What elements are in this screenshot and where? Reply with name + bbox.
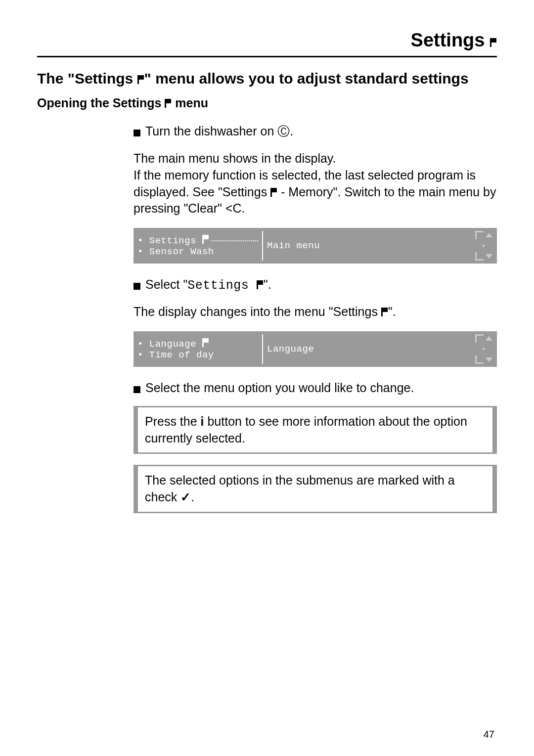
flag-icon: [137, 75, 144, 84]
display-item-sensorwash: • Sensor Wash: [137, 246, 258, 257]
intro-suffix: " menu allows you to adjust standard set…: [144, 70, 469, 87]
clear-icon: <C: [225, 201, 242, 215]
cursor-dot-icon: [483, 348, 485, 350]
flag-icon: [270, 188, 277, 197]
bracket-top-icon: [475, 231, 484, 239]
display-item-label: • Settings: [137, 234, 209, 246]
flag-icon: [490, 38, 497, 47]
display-item-timeofday: • Time of day: [137, 350, 258, 360]
scroll-cursor: [483, 348, 485, 350]
subhead-prefix: Opening the Settings: [37, 96, 165, 110]
step-turn-on: Turn the dishwasher on Ⓒ.: [134, 123, 497, 139]
scroll-down-group: [475, 252, 492, 261]
step2-suffix: ".: [264, 277, 271, 291]
check-note-box: The selected options in the submenus are…: [134, 465, 497, 513]
step-select-option: Select the menu option you would like to…: [134, 381, 497, 395]
subhead-suffix: menu: [172, 96, 208, 110]
flag-icon: [165, 99, 172, 108]
flag-icon: [202, 338, 209, 347]
lcd-settings-item1: Language: [149, 339, 202, 350]
cursor-dot-icon: [483, 245, 485, 247]
content-column: Turn the dishwasher on Ⓒ. The main menu …: [134, 123, 497, 513]
arrow-up-icon: [486, 233, 492, 237]
power-icon: Ⓒ: [277, 124, 290, 138]
scroll-cursor: [483, 245, 485, 247]
arrow-down-icon: [486, 254, 492, 259]
flag-icon: [202, 235, 209, 244]
step-text: Select "Settings ".: [145, 277, 271, 293]
bullet-icon: [134, 130, 140, 136]
bullet-icon: [134, 283, 140, 290]
lcd-settings-item2: Time of day: [149, 350, 214, 360]
step2-prefix: Select ": [145, 277, 187, 291]
para1-line1: The main menu shows in the display.: [134, 151, 336, 165]
header-title: Settings: [411, 30, 485, 50]
display-item-label: • Language: [137, 338, 209, 350]
display-scroll-indicator: [470, 228, 497, 264]
flag-icon: [257, 280, 264, 289]
display-left-column: • Language • Time of day: [134, 331, 262, 367]
intro-prefix: The "Settings: [37, 70, 137, 87]
bracket-bottom-icon: [475, 252, 484, 261]
arrow-up-icon: [486, 336, 492, 341]
para2-a: The display changes into the menu "Setti…: [134, 305, 381, 318]
note2-b: .: [191, 490, 194, 504]
display-settings-menu: • Language • Time of day Language: [134, 331, 497, 367]
display-changes-paragraph: The display changes into the menu "Setti…: [134, 304, 497, 320]
para1-line2c: .: [242, 201, 245, 215]
selection-dots: [211, 240, 258, 241]
main-menu-paragraph: The main menu shows in the display. If t…: [134, 150, 497, 217]
step1-suffix: .: [290, 124, 293, 138]
para2-b: ".: [388, 305, 396, 318]
info-note-box: Press the i button to see more informati…: [134, 406, 497, 454]
subheading: Opening the Settings menu: [37, 96, 497, 110]
step-text: Select the menu option you would like to…: [145, 381, 414, 395]
display-scroll-indicator: [470, 331, 497, 367]
display-left-column: • Settings • Sensor Wash: [134, 228, 262, 264]
step-text: Turn the dishwasher on Ⓒ.: [145, 123, 293, 139]
display-item-settings: • Settings: [137, 234, 258, 246]
settings-menu-word: Settings: [187, 278, 257, 293]
flag-icon: [381, 308, 388, 316]
display-item-language: • Language: [137, 338, 258, 350]
intro-heading: The "Settings " menu allows you to adjus…: [37, 70, 497, 87]
display-center-label: Main menu: [263, 228, 470, 264]
step-select-settings: Select "Settings ".: [134, 277, 497, 293]
step1-prefix: Turn the dishwasher on: [145, 124, 277, 138]
note1-a: Press the: [145, 414, 201, 428]
info-icon: i: [201, 414, 204, 428]
bracket-bottom-icon: [475, 356, 484, 364]
scroll-up-group: [475, 231, 492, 239]
page-header: Settings: [37, 30, 497, 57]
display-main-menu: • Settings • Sensor Wash Main menu: [134, 228, 497, 264]
arrow-down-icon: [486, 357, 492, 362]
lcd-main-item2: Sensor Wash: [149, 246, 214, 257]
check-icon: ✓: [180, 490, 191, 504]
bullet-icon: [134, 386, 140, 393]
display-center-label: Language: [263, 331, 470, 367]
scroll-down-group: [475, 356, 492, 364]
bracket-top-icon: [475, 334, 484, 343]
lcd-main-item1: Settings: [149, 235, 196, 246]
scroll-up-group: [475, 334, 492, 343]
